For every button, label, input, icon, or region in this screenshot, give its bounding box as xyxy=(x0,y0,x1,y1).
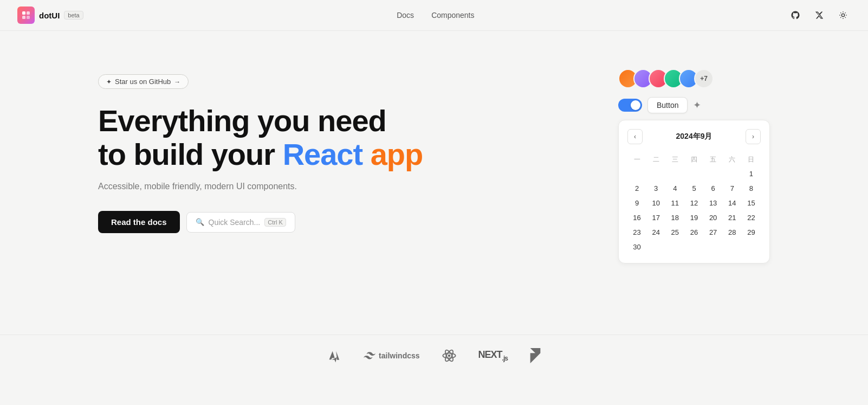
calendar-header: ‹ 2024年9月 › xyxy=(627,129,761,144)
calendar-weekday: 日 xyxy=(742,153,761,166)
calendar-prev-button[interactable]: ‹ xyxy=(627,129,643,144)
star-github-badge[interactable]: ✦ Star us on GitHub → xyxy=(98,74,189,89)
github-icon[interactable] xyxy=(788,8,803,23)
calendar-day[interactable]: 22 xyxy=(742,210,761,225)
calendar-day xyxy=(646,166,665,181)
calendar-weekday: 三 xyxy=(665,153,684,166)
calendar-widget: ‹ 2024年9月 › 一二三四五六日 12345678910111213141… xyxy=(618,120,770,263)
star-badge-text: Star us on GitHub xyxy=(115,78,171,86)
svg-rect-3 xyxy=(27,16,30,19)
tailwind-label: tailwindcss xyxy=(379,351,419,360)
logos-bar: tailwindcss NEXT.js xyxy=(0,335,868,374)
calendar-day[interactable]: 3 xyxy=(646,181,665,196)
nextjs-label: NEXT.js xyxy=(478,349,508,362)
logo-text: dotUI xyxy=(39,11,60,20)
beta-badge: beta xyxy=(64,11,83,20)
calendar-day xyxy=(704,166,723,181)
toggle-button-row: Button ✦ xyxy=(618,97,770,113)
search-icon: 🔍 xyxy=(196,218,204,226)
navbar-right xyxy=(788,8,851,23)
twitter-x-icon[interactable] xyxy=(812,8,827,23)
calendar-day[interactable]: 28 xyxy=(723,225,742,240)
calendar-day[interactable]: 12 xyxy=(684,196,703,210)
calendar-day[interactable]: 30 xyxy=(627,240,646,254)
theme-toggle-icon[interactable] xyxy=(835,8,851,23)
calendar-day[interactable]: 23 xyxy=(627,225,646,240)
svg-rect-0 xyxy=(22,11,25,15)
calendar-day[interactable]: 27 xyxy=(704,225,723,240)
heading-line1: Everything you need xyxy=(98,104,386,138)
calendar-day[interactable]: 13 xyxy=(704,196,723,210)
logo-adobe xyxy=(327,348,342,363)
calendar-day[interactable]: 1 xyxy=(742,166,761,181)
calendar-day[interactable]: 8 xyxy=(742,181,761,196)
navbar: dotUI beta Docs Components xyxy=(0,0,868,31)
nav-links: Docs Components xyxy=(397,11,474,20)
calendar-day[interactable]: 7 xyxy=(723,181,742,196)
calendar-next-button[interactable]: › xyxy=(746,129,761,144)
avatar-extra-count: +7 xyxy=(694,69,714,88)
toggle-switch[interactable] xyxy=(618,99,642,112)
calendar-day xyxy=(646,240,665,254)
calendar-day xyxy=(684,166,703,181)
calendar-weekday: 一 xyxy=(627,153,646,166)
logo-tailwind: tailwindcss xyxy=(364,351,419,360)
logo-icon xyxy=(17,7,35,24)
logo-nextjs: NEXT.js xyxy=(478,349,508,362)
svg-point-5 xyxy=(448,355,450,357)
svg-rect-2 xyxy=(22,16,25,19)
calendar-day[interactable]: 5 xyxy=(684,181,703,196)
main-content: ✦ Star us on GitHub → Everything you nee… xyxy=(55,31,813,335)
hero-subtitle: Accessible, mobile friendly, modern UI c… xyxy=(98,182,434,191)
calendar-day[interactable]: 15 xyxy=(742,196,761,210)
heading-react: React xyxy=(283,137,363,171)
heading-line2-before: to build your xyxy=(98,137,283,171)
calendar-weekday: 四 xyxy=(684,153,703,166)
search-placeholder: Quick Search... xyxy=(209,218,261,227)
hero-section: ✦ Star us on GitHub → Everything you nee… xyxy=(98,63,434,233)
calendar-day[interactable]: 14 xyxy=(723,196,742,210)
calendar-day[interactable]: 16 xyxy=(627,210,646,225)
nav-components[interactable]: Components xyxy=(431,11,474,20)
logo-area: dotUI beta xyxy=(17,7,83,24)
calendar-day xyxy=(665,166,684,181)
toggle-knob xyxy=(631,100,640,110)
calendar-day[interactable]: 11 xyxy=(665,196,684,210)
calendar-weekday: 二 xyxy=(646,153,665,166)
search-shortcut: Ctrl K xyxy=(264,218,286,227)
quick-search-box[interactable]: 🔍 Quick Search... Ctrl K xyxy=(186,212,295,233)
calendar-day xyxy=(684,240,703,254)
calendar-day xyxy=(723,166,742,181)
calendar-day[interactable]: 2 xyxy=(627,181,646,196)
calendar-day[interactable]: 25 xyxy=(665,225,684,240)
calendar-day[interactable]: 6 xyxy=(704,181,723,196)
widget-button[interactable]: Button xyxy=(647,97,688,113)
calendar-day[interactable]: 17 xyxy=(646,210,665,225)
calendar-day[interactable]: 10 xyxy=(646,196,665,210)
arrow-icon: → xyxy=(174,78,180,86)
read-docs-button[interactable]: Read the docs xyxy=(98,211,180,233)
star-icon: ✦ xyxy=(106,78,112,86)
sparkle-icon[interactable]: ✦ xyxy=(693,99,701,111)
calendar-day xyxy=(704,240,723,254)
avatar-group: +7 xyxy=(618,69,770,88)
calendar-day[interactable]: 18 xyxy=(665,210,684,225)
calendar-day[interactable]: 9 xyxy=(627,196,646,210)
logo-react xyxy=(442,348,457,363)
calendar-day[interactable]: 4 xyxy=(665,181,684,196)
nav-docs[interactable]: Docs xyxy=(397,11,414,20)
calendar-day[interactable]: 24 xyxy=(646,225,665,240)
calendar-day[interactable]: 26 xyxy=(684,225,703,240)
logo-framer xyxy=(529,348,541,363)
calendar-day[interactable]: 21 xyxy=(723,210,742,225)
calendar-day[interactable]: 29 xyxy=(742,225,761,240)
calendar-day xyxy=(627,166,646,181)
svg-point-4 xyxy=(841,14,844,16)
heading-app: app xyxy=(371,137,423,171)
calendar-day[interactable]: 20 xyxy=(704,210,723,225)
calendar-day xyxy=(665,240,684,254)
calendar-day[interactable]: 19 xyxy=(684,210,703,225)
calendar-day xyxy=(723,240,742,254)
calendar-weekday: 六 xyxy=(723,153,742,166)
hero-heading: Everything you need to build your React … xyxy=(98,104,434,171)
